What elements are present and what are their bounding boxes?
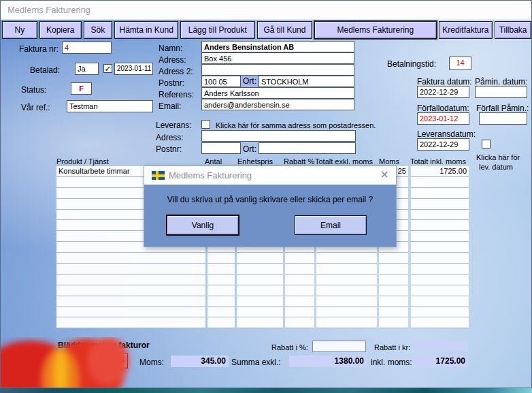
email-field[interactable]: anders@andersbensin.se: [201, 99, 354, 110]
cell-produkt-14[interactable]: [56, 317, 205, 328]
toolbar-button-ny[interactable]: Ny: [2, 21, 37, 39]
ort-field[interactable]: STOCKHOLM: [259, 76, 354, 87]
toolbar-button-sok[interactable]: Sök: [84, 21, 113, 39]
betalad-checkbox[interactable]: ✓: [103, 64, 112, 73]
cell-exkl-8[interactable]: [316, 253, 377, 264]
cell-moms-13[interactable]: [379, 307, 408, 318]
cell-inkl-0[interactable]: 1725.00: [411, 166, 469, 177]
cell-enhetspris-14[interactable]: [237, 317, 283, 328]
leverans-same-address-checkbox[interactable]: [201, 120, 210, 129]
faktura-nr-label: Faktura nr:: [19, 44, 59, 54]
cell-produkt-13[interactable]: [56, 307, 205, 318]
cell-inkl-3[interactable]: [411, 199, 469, 210]
cell-exkl-13[interactable]: [316, 307, 377, 318]
cell-rabatt-9[interactable]: [285, 264, 314, 274]
cell-inkl-9[interactable]: [411, 264, 469, 274]
cell-antal-12[interactable]: [207, 296, 235, 307]
cell-exkl-11[interactable]: [316, 285, 377, 296]
leverans-postnr-field[interactable]: [201, 142, 241, 154]
cell-enhetspris-13[interactable]: [237, 307, 283, 318]
cell-inkl-13[interactable]: [411, 307, 469, 318]
adress2-field[interactable]: [201, 64, 354, 76]
cell-produkt-8[interactable]: [56, 253, 205, 264]
cell-antal-8[interactable]: [207, 253, 235, 264]
toolbar-button-medlems-fakturering[interactable]: Medlems Fakturering: [314, 21, 436, 39]
cell-inkl-2[interactable]: [411, 188, 469, 199]
cell-rabatt-8[interactable]: [285, 253, 314, 264]
cell-enhetspris-8[interactable]: [237, 253, 283, 264]
cell-rabatt-14[interactable]: [285, 317, 314, 328]
cell-inkl-8[interactable]: [411, 253, 469, 264]
leverans-postnr-label: Postnr:: [156, 144, 182, 154]
cell-inkl-14[interactable]: [411, 317, 469, 328]
forfallodatum-field[interactable]: 2023-01-12: [417, 112, 469, 125]
cell-inkl-1[interactable]: [411, 177, 469, 188]
status-field[interactable]: F: [71, 82, 92, 95]
toolbar-button-kopiera[interactable]: Kopiera: [39, 21, 82, 39]
swedish-flag-icon: [152, 171, 165, 180]
referens-field[interactable]: Anders Karlsson: [201, 87, 354, 99]
cell-exkl-9[interactable]: [316, 264, 377, 274]
email-button[interactable]: Email: [295, 215, 367, 235]
cell-inkl-7[interactable]: [411, 242, 469, 253]
cell-produkt-9[interactable]: [56, 264, 205, 274]
cell-exkl-12[interactable]: [316, 296, 377, 307]
leverans-adress-field[interactable]: [201, 130, 356, 142]
cell-moms-9[interactable]: [379, 264, 408, 274]
close-icon[interactable]: ✕: [380, 168, 389, 181]
toolbar-button-lagg-till-produkt[interactable]: Lägg till Produkt: [180, 21, 255, 39]
betalad-date-field[interactable]: 2023-01-11: [114, 63, 153, 75]
cell-enhetspris-9[interactable]: [237, 264, 283, 274]
toolbar-button-ga-till-kund[interactable]: Gå till Kund: [257, 21, 313, 39]
rabatt-kr-field[interactable]: [414, 341, 468, 351]
forfall-pamin-field[interactable]: [479, 112, 527, 125]
cell-moms-12[interactable]: [379, 296, 408, 307]
cell-moms-14[interactable]: [379, 317, 408, 328]
cell-produkt-10[interactable]: [56, 274, 205, 285]
cell-rabatt-13[interactable]: [285, 307, 314, 318]
cell-produkt-11[interactable]: [56, 285, 205, 296]
rabatt-procent-field[interactable]: [312, 341, 366, 352]
betalningstid-field[interactable]: 14: [449, 57, 471, 70]
faktura-nr-field[interactable]: 4: [62, 42, 112, 54]
cell-antal-14[interactable]: [207, 317, 235, 328]
cell-inkl-11[interactable]: [411, 285, 469, 296]
cell-enhetspris-12[interactable]: [237, 296, 283, 307]
postnr-field[interactable]: 100 05: [201, 76, 241, 87]
var-ref-label: Vår ref.:: [21, 103, 50, 112]
cell-enhetspris-10[interactable]: [237, 274, 283, 285]
betalad-value-field[interactable]: Ja: [75, 63, 99, 75]
cell-antal-11[interactable]: [207, 285, 235, 296]
toolbar-button-tillbaka[interactable]: Tillbaka: [495, 21, 531, 39]
cell-moms-8[interactable]: [379, 253, 408, 264]
cell-produkt-12[interactable]: [56, 296, 205, 307]
cell-antal-9[interactable]: [207, 264, 235, 274]
pamin-datum-field[interactable]: [475, 86, 527, 98]
cell-exkl-14[interactable]: [316, 317, 377, 328]
vanlig-button[interactable]: Vanlig: [167, 215, 239, 235]
cell-moms-11[interactable]: [379, 285, 408, 296]
adress-field[interactable]: Box 456: [201, 52, 354, 64]
lev-datum-checkbox[interactable]: [482, 140, 491, 148]
leverans-ort-field[interactable]: [259, 142, 356, 154]
namn-field[interactable]: Anders Bensinstation AB: [201, 41, 354, 52]
toolbar-button-kreditfaktura[interactable]: Kreditfaktura: [439, 21, 493, 39]
cell-enhetspris-11[interactable]: [237, 285, 283, 296]
leveransdatum-field[interactable]: 2022-12-29: [417, 138, 469, 151]
cell-inkl-4[interactable]: [411, 210, 469, 221]
moms-label: Moms:: [139, 358, 164, 367]
cell-antal-10[interactable]: [207, 274, 235, 285]
cell-inkl-6[interactable]: [411, 231, 469, 242]
cell-antal-13[interactable]: [207, 307, 235, 318]
cell-rabatt-10[interactable]: [285, 274, 314, 285]
faktura-datum-field[interactable]: 2022-12-29: [417, 86, 469, 98]
cell-rabatt-12[interactable]: [285, 296, 314, 307]
var-ref-field[interactable]: Testman: [67, 100, 153, 112]
cell-moms-10[interactable]: [379, 274, 408, 285]
cell-rabatt-11[interactable]: [285, 285, 314, 296]
toolbar-button-hamta-in-kund[interactable]: Hämta in Kund: [114, 21, 178, 39]
cell-exkl-10[interactable]: [316, 274, 377, 285]
cell-inkl-10[interactable]: [411, 274, 469, 285]
cell-inkl-5[interactable]: [411, 220, 469, 231]
cell-inkl-12[interactable]: [411, 296, 469, 307]
